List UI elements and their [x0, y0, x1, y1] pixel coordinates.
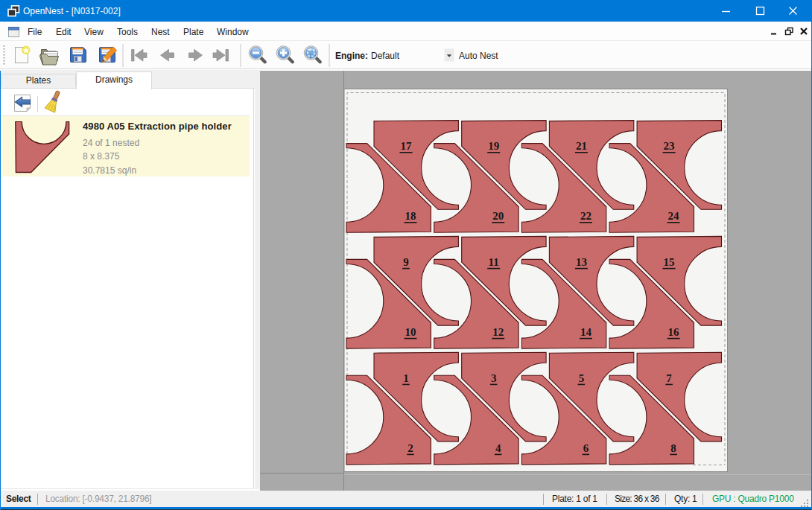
svg-text:22: 22 — [580, 210, 591, 222]
svg-text:14: 14 — [580, 326, 592, 338]
svg-text:13: 13 — [576, 256, 587, 268]
svg-text:16: 16 — [668, 326, 680, 338]
svg-text:24: 24 — [668, 210, 680, 222]
svg-text:5: 5 — [579, 372, 585, 384]
svg-text:2: 2 — [407, 442, 413, 454]
svg-text:8: 8 — [670, 442, 676, 454]
svg-text:23: 23 — [664, 140, 675, 152]
svg-text:9: 9 — [403, 256, 409, 268]
svg-text:12: 12 — [492, 326, 504, 338]
svg-text:20: 20 — [492, 210, 504, 222]
svg-text:10: 10 — [405, 326, 416, 338]
svg-text:21: 21 — [576, 140, 587, 152]
svg-text:7: 7 — [666, 372, 672, 384]
svg-text:1: 1 — [403, 372, 409, 384]
svg-text:6: 6 — [583, 442, 589, 454]
svg-text:19: 19 — [488, 140, 499, 152]
svg-text:18: 18 — [405, 210, 416, 222]
svg-text:3: 3 — [491, 372, 497, 384]
svg-text:15: 15 — [664, 256, 675, 268]
svg-text:17: 17 — [401, 140, 413, 152]
svg-text:11: 11 — [489, 256, 499, 268]
svg-text:4: 4 — [495, 442, 501, 454]
